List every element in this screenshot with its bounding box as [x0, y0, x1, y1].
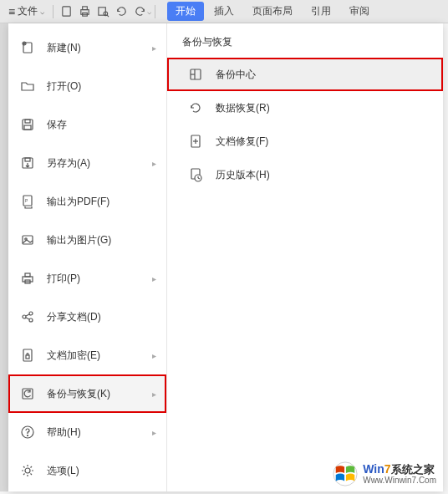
- file-menu-item-print[interactable]: 打印(P)▸: [8, 259, 166, 298]
- left-edge-strip: [0, 23, 8, 491]
- file-menu-label: 打印(P): [47, 272, 80, 286]
- file-menu-item-share[interactable]: 分享文档(D): [8, 298, 166, 336]
- tab-start[interactable]: 开始: [167, 2, 204, 21]
- svg-rect-20: [23, 277, 33, 282]
- file-menu-label: 选项(L): [47, 464, 79, 478]
- watermark: Win7系统之家 Www.Winwin7.Com: [333, 461, 436, 486]
- file-dropdown: 新建(N)▸打开(O)保存另存为(A)▸P输出为PDF(F)输出为图片(G)打印…: [8, 23, 443, 491]
- submenu-item-backup-center[interactable]: 备份中心: [167, 58, 443, 91]
- submenu-title: 备份与恢复: [167, 35, 443, 58]
- svg-point-25: [29, 318, 33, 322]
- tab-references[interactable]: 引用: [303, 2, 339, 21]
- new-icon: [20, 40, 35, 55]
- svg-rect-21: [25, 273, 30, 277]
- submenu-item-repair[interactable]: 文档修复(F): [167, 125, 443, 158]
- save-icon: [20, 117, 35, 132]
- submenu-item-recover[interactable]: 数据恢复(R): [167, 91, 443, 125]
- tab-review[interactable]: 审阅: [341, 2, 378, 21]
- file-menu-item-saveas[interactable]: 另存为(A)▸: [8, 144, 166, 182]
- redo-icon[interactable]: [130, 3, 149, 21]
- file-menu-button[interactable]: ≡ 文件 ⌵: [3, 3, 49, 20]
- watermark-url: Www.Winwin7.Com: [363, 476, 436, 486]
- file-menu-item-help[interactable]: 帮助(H)▸: [8, 413, 166, 451]
- submenu-item-label: 文档修复(F): [216, 135, 268, 149]
- file-menu-label: 分享文档(D): [47, 310, 101, 324]
- print-icon[interactable]: [75, 3, 94, 21]
- file-menu-label: 文档加密(E): [47, 349, 100, 363]
- watermark-brand: Win7系统之家: [363, 462, 436, 476]
- svg-rect-29: [26, 355, 29, 359]
- tab-insert[interactable]: 插入: [206, 2, 242, 21]
- file-menu-item-pdf[interactable]: P输出为PDF(F): [8, 182, 166, 221]
- svg-point-33: [25, 468, 30, 473]
- toolbar-divider: [53, 5, 53, 18]
- chevron-down-icon: ⌵: [40, 8, 44, 16]
- help-icon: [20, 425, 35, 440]
- svg-rect-0: [62, 7, 69, 16]
- chevron-right-icon: ▸: [152, 43, 156, 53]
- hamburger-icon: ≡: [8, 5, 15, 18]
- undo-icon[interactable]: [112, 3, 130, 21]
- file-label: 文件: [18, 4, 38, 18]
- svg-rect-13: [24, 125, 31, 130]
- file-menu-label: 备份与恢复(K): [47, 387, 110, 401]
- open-icon: [20, 79, 35, 94]
- file-menu-item-save[interactable]: 保存: [8, 105, 166, 144]
- file-menu-label: 帮助(H): [47, 425, 81, 440]
- svg-point-23: [23, 315, 26, 318]
- svg-line-27: [26, 318, 29, 319]
- svg-point-24: [29, 312, 33, 315]
- ribbon-tabs: 开始 插入 页面布局 引用 审阅: [167, 2, 378, 21]
- file-menu-item-options[interactable]: 选项(L): [8, 451, 166, 490]
- file-menu-item-encrypt[interactable]: 文档加密(E)▸: [8, 336, 166, 374]
- backup-center-icon: [187, 66, 204, 83]
- submenu-item-history[interactable]: 历史版本(H): [167, 158, 443, 191]
- file-menu-list: 新建(N)▸打开(O)保存另存为(A)▸P输出为PDF(F)输出为图片(G)打印…: [8, 23, 167, 491]
- submenu-item-label: 历史版本(H): [216, 168, 270, 182]
- new-doc-icon[interactable]: [57, 3, 75, 21]
- image-icon: [20, 232, 35, 247]
- file-menu-label: 另存为(A): [47, 156, 90, 171]
- svg-line-26: [26, 314, 29, 316]
- chevron-right-icon: ▸: [152, 390, 156, 399]
- win7-logo-icon: [333, 461, 358, 486]
- svg-rect-18: [23, 236, 33, 244]
- redo-dropdown-icon[interactable]: ⌵: [147, 8, 151, 16]
- encrypt-icon: [20, 348, 35, 363]
- submenu-panel: 备份与恢复 备份中心数据恢复(R)文档修复(F)历史版本(H) Win7系统之家…: [167, 23, 443, 491]
- svg-text:P: P: [25, 198, 28, 203]
- history-icon: [187, 166, 204, 183]
- file-menu-label: 打开(O): [47, 79, 81, 94]
- file-menu-label: 保存: [47, 118, 67, 132]
- file-menu-label: 输出为PDF(F): [47, 195, 109, 209]
- saveas-icon: [20, 155, 35, 171]
- chevron-right-icon: ▸: [152, 428, 156, 437]
- svg-point-32: [28, 435, 28, 436]
- svg-rect-4: [99, 8, 105, 15]
- svg-rect-15: [25, 158, 30, 161]
- share-icon: [20, 309, 35, 324]
- pdf-icon: P: [20, 194, 35, 209]
- preview-icon[interactable]: [94, 3, 112, 21]
- file-menu-item-new[interactable]: 新建(N)▸: [8, 28, 166, 67]
- chevron-right-icon: ▸: [152, 159, 156, 168]
- file-menu-label: 输出为图片(G): [47, 233, 111, 247]
- svg-line-6: [107, 15, 109, 17]
- chevron-right-icon: ▸: [152, 274, 156, 283]
- file-menu-item-backup[interactable]: 备份与恢复(K)▸: [8, 374, 166, 413]
- chevron-right-icon: ▸: [152, 351, 156, 360]
- svg-rect-2: [82, 7, 87, 10]
- top-toolbar: ≡ 文件 ⌵ ⌵ 开始 插入 页面布局 引用 审阅: [0, 0, 448, 23]
- submenu-item-label: 备份中心: [216, 68, 256, 82]
- recover-icon: [187, 99, 204, 116]
- file-menu-item-open[interactable]: 打开(O): [8, 67, 166, 105]
- options-icon: [20, 463, 35, 478]
- file-menu-label: 新建(N): [47, 41, 81, 55]
- file-menu-item-image[interactable]: 输出为图片(G): [8, 221, 166, 259]
- repair-icon: [187, 133, 204, 150]
- svg-rect-12: [25, 120, 30, 123]
- tab-layout[interactable]: 页面布局: [244, 2, 301, 21]
- toolbar-divider-2: [155, 5, 155, 18]
- svg-point-44: [333, 462, 357, 486]
- print-icon: [20, 271, 35, 286]
